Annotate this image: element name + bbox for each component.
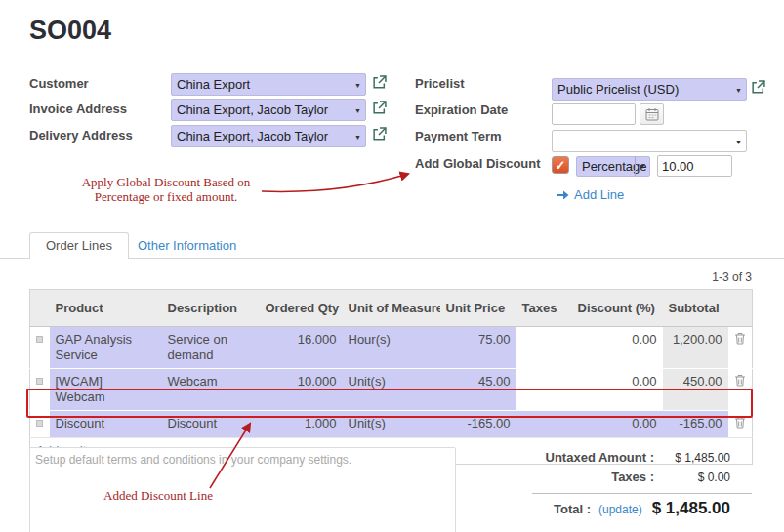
delivery-address-select[interactable]: China Export, Jacob Taylor — [171, 125, 366, 147]
red-annotation-discount-line: Added Discount Line — [103, 489, 213, 504]
customer-label: Customer — [29, 76, 89, 91]
cell-subtotal[interactable]: 1,200.00 — [663, 327, 728, 369]
order-lines-table: Product Description Ordered Qty Unit of … — [29, 289, 753, 465]
taxes-value: $ 0.00 — [660, 471, 730, 484]
chevron-down-icon — [735, 86, 742, 93]
invoice-address-select[interactable]: China Export, Jacob Taylor — [171, 99, 366, 121]
order-line-row[interactable]: [WCAM] Webcam Webcam 10.000 Unit(s) 45.0… — [30, 369, 753, 411]
calendar-icon[interactable] — [640, 103, 664, 125]
expiration-date-label: Expiration Date — [415, 102, 508, 117]
col-description[interactable]: Description — [162, 290, 260, 327]
cell-taxes[interactable] — [516, 327, 572, 369]
cell-uom[interactable]: Unit(s) — [343, 369, 440, 411]
expiration-date-input[interactable] — [552, 103, 636, 125]
cell-unit-price[interactable]: 45.00 — [440, 369, 516, 411]
cell-subtotal[interactable]: -165.00 — [663, 411, 728, 438]
discount-type-select[interactable]: Percentage — [576, 156, 650, 177]
red-annotation-global-discount: Apply Global Discount Based on Percentag… — [68, 176, 264, 205]
invoice-address-value: China Export, Jacob Taylor — [177, 102, 328, 117]
discount-amount-input[interactable] — [657, 155, 732, 177]
trash-icon — [734, 374, 746, 387]
total-label: Total : — [469, 502, 591, 516]
add-line-button[interactable]: Add Line — [557, 187, 624, 202]
col-unit-of-measure[interactable]: Unit of Measure — [343, 290, 440, 327]
global-discount-label: Add Global Discount — [415, 156, 541, 171]
invoice-address-external-link-icon[interactable] — [372, 101, 387, 115]
cell-description[interactable]: Service on demand — [162, 327, 260, 369]
untaxed-amount-value: $ 1,485.00 — [660, 451, 730, 465]
row-handle[interactable] — [30, 369, 50, 411]
customer-select[interactable]: China Export — [171, 73, 366, 96]
col-handle-spacer — [30, 290, 50, 327]
tab-order-lines[interactable]: Order Lines — [29, 232, 129, 259]
taxes-label: Taxes : — [469, 470, 654, 484]
customer-value: China Export — [177, 77, 250, 92]
annotation-line-1: Apply Global Discount Based on — [68, 176, 264, 190]
cell-uom[interactable]: Unit(s) — [343, 411, 440, 438]
delete-row-button[interactable] — [728, 411, 753, 438]
col-ordered-qty[interactable]: Ordered Qty — [260, 290, 343, 327]
untaxed-amount-label: Untaxed Amount : — [469, 450, 654, 465]
pricelist-label: Pricelist — [415, 76, 465, 91]
cell-unit-price[interactable]: -165.00 — [440, 411, 516, 438]
chevron-down-icon — [354, 106, 361, 113]
terms-textarea[interactable] — [29, 447, 456, 532]
cell-taxes[interactable] — [516, 369, 572, 411]
col-taxes[interactable]: Taxes — [516, 290, 572, 327]
pricelist-select[interactable]: Public Pricelist (USD) — [552, 78, 747, 101]
tab-order-lines-label: Order Lines — [46, 238, 112, 253]
cell-product[interactable]: Discount — [50, 411, 162, 438]
pricelist-value: Public Pricelist (USD) — [557, 82, 679, 97]
payment-term-select[interactable] — [552, 130, 747, 152]
delivery-address-label: Delivery Address — [29, 128, 133, 143]
arrow-right-icon — [557, 189, 570, 201]
sale-order-page: SO004 Customer China Export Invoice Addr… — [0, 0, 784, 532]
totals-divider — [532, 493, 752, 494]
chevron-down-icon — [635, 157, 649, 176]
chevron-down-icon — [354, 133, 361, 140]
cell-discount[interactable]: 0.00 — [572, 327, 663, 369]
add-line-label: Add Line — [574, 187, 624, 202]
cell-unit-price[interactable]: 75.00 — [440, 327, 516, 369]
col-actions-spacer — [728, 290, 753, 327]
col-subtotal[interactable]: Subtotal — [663, 290, 728, 327]
pager: 1-3 of 3 — [635, 270, 752, 284]
table-header-row: Product Description Ordered Qty Unit of … — [30, 290, 753, 327]
cell-discount[interactable]: 0.00 — [572, 411, 663, 438]
cell-qty[interactable]: 1.000 — [260, 411, 343, 438]
cell-uom[interactable]: Hour(s) — [343, 327, 440, 369]
annotation-line-2: Percentage or fixed amount. — [68, 190, 264, 205]
delete-row-button[interactable] — [728, 369, 753, 411]
col-product[interactable]: Product — [50, 290, 162, 327]
tab-other-information[interactable]: Other Information — [138, 238, 236, 253]
total-value: $ 1,485.00 — [586, 499, 730, 518]
cell-product[interactable]: [WCAM] Webcam — [50, 369, 162, 411]
delivery-address-external-link-icon[interactable] — [372, 127, 387, 142]
trash-icon — [734, 416, 746, 429]
col-unit-price[interactable]: Unit Price — [440, 290, 516, 327]
row-handle[interactable] — [30, 327, 50, 369]
tab-other-information-label: Other Information — [138, 238, 236, 253]
cell-product[interactable]: GAP Analysis Service — [50, 327, 162, 369]
chevron-down-icon — [354, 81, 361, 88]
cell-description[interactable]: Webcam — [162, 369, 260, 411]
cell-taxes[interactable] — [516, 411, 572, 438]
payment-term-label: Payment Term — [415, 129, 502, 143]
delivery-address-value: China Export, Jacob Taylor — [177, 129, 328, 143]
trash-icon — [734, 332, 746, 345]
row-handle[interactable] — [30, 411, 50, 438]
cell-subtotal[interactable]: 450.00 — [663, 369, 728, 411]
cell-description[interactable]: Discount — [162, 411, 260, 438]
cell-qty[interactable]: 10.000 — [260, 369, 343, 411]
customer-external-link-icon[interactable] — [372, 75, 387, 90]
pricelist-external-link-icon[interactable] — [751, 80, 765, 95]
cell-discount[interactable]: 0.00 — [572, 369, 663, 411]
invoice-address-label: Invoice Address — [29, 102, 127, 116]
order-line-row[interactable]: GAP Analysis Service Service on demand 1… — [30, 327, 753, 369]
global-discount-checkbox[interactable] — [552, 156, 569, 174]
order-line-row-discount[interactable]: Discount Discount 1.000 Unit(s) -165.00 … — [30, 411, 753, 438]
col-discount[interactable]: Discount (%) — [572, 290, 663, 327]
cell-qty[interactable]: 16.000 — [260, 327, 343, 369]
delete-row-button[interactable] — [728, 327, 753, 369]
chevron-down-icon — [735, 138, 742, 144]
